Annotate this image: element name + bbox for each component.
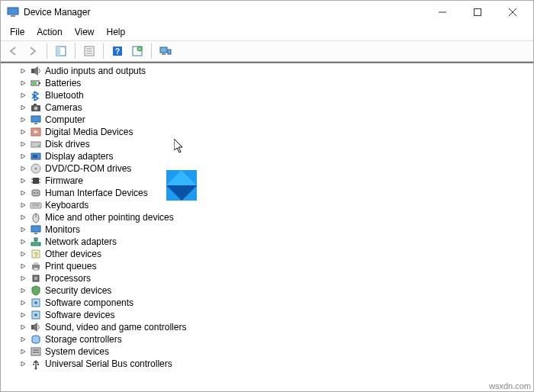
- menu-file[interactable]: File: [4, 25, 31, 39]
- devices-by-type-button[interactable]: [156, 42, 175, 60]
- tree-item[interactable]: Security devices: [2, 284, 533, 297]
- expand-arrow-icon[interactable]: [19, 324, 28, 330]
- expand-arrow-icon[interactable]: [19, 336, 28, 342]
- svg-point-72: [35, 368, 37, 370]
- help-button[interactable]: ?: [108, 42, 127, 60]
- tree-item-label: DVD/CD-ROM drives: [45, 162, 131, 175]
- tree-item[interactable]: Human Interface Devices: [2, 187, 533, 199]
- expand-arrow-icon[interactable]: [19, 117, 28, 123]
- expand-arrow-icon[interactable]: [19, 263, 28, 269]
- tree-item[interactable]: Digital Media Devices: [2, 126, 533, 138]
- expand-arrow-icon[interactable]: [19, 129, 28, 135]
- svg-rect-51: [34, 233, 37, 234]
- expand-arrow-icon[interactable]: [19, 190, 28, 196]
- expand-arrow-icon[interactable]: [19, 178, 28, 184]
- display-adapter-icon: [30, 150, 42, 162]
- svg-rect-50: [31, 226, 40, 232]
- expand-arrow-icon[interactable]: [19, 104, 28, 111]
- svg-rect-27: [31, 116, 40, 122]
- chip-icon: [30, 175, 42, 187]
- watermark-text: wsxdn.com: [489, 381, 531, 390]
- svg-rect-34: [33, 155, 37, 158]
- tree-item[interactable]: System devices: [2, 345, 533, 358]
- tree-item[interactable]: Software devices: [2, 309, 533, 321]
- tree-item[interactable]: Cameras: [2, 101, 533, 114]
- properties-button[interactable]: [80, 42, 98, 60]
- expand-arrow-icon[interactable]: [19, 275, 28, 281]
- tree-item[interactable]: Universal Serial Bus controllers: [2, 358, 533, 370]
- expand-arrow-icon[interactable]: [19, 251, 28, 257]
- forward-button[interactable]: [24, 42, 42, 60]
- console-tree-button[interactable]: [52, 42, 70, 60]
- expand-arrow-icon[interactable]: [19, 68, 28, 74]
- tree-item-label: System devices: [45, 345, 109, 358]
- svg-point-15: [137, 47, 142, 51]
- svg-rect-52: [31, 243, 40, 246]
- expand-arrow-icon[interactable]: [19, 312, 28, 318]
- tree-item[interactable]: Sound, video and game controllers: [2, 321, 533, 333]
- tree-item-label: Universal Serial Bus controllers: [45, 358, 172, 370]
- svg-rect-61: [34, 277, 37, 280]
- svg-point-43: [34, 192, 35, 194]
- scan-hardware-button[interactable]: [128, 42, 146, 60]
- toolbar: ?: [1, 40, 533, 62]
- expand-arrow-icon[interactable]: [19, 92, 28, 98]
- drive-icon: [30, 138, 42, 150]
- tree-item[interactable]: Bluetooth: [2, 89, 533, 101]
- tree-item[interactable]: Print queues: [2, 260, 533, 272]
- tree-item[interactable]: Mice and other pointing devices: [2, 211, 533, 223]
- mouse-icon: [30, 211, 42, 223]
- close-button[interactable]: [495, 1, 530, 24]
- expand-arrow-icon[interactable]: [19, 288, 28, 294]
- separator: [103, 43, 104, 59]
- tree-item[interactable]: Computer: [2, 114, 533, 126]
- expand-arrow-icon[interactable]: [19, 300, 28, 306]
- svg-point-73: [33, 364, 34, 365]
- maximize-button[interactable]: [460, 1, 495, 24]
- expand-arrow-icon[interactable]: [19, 153, 28, 159]
- expand-arrow-icon[interactable]: [19, 227, 28, 233]
- tree-item[interactable]: Batteries: [2, 77, 533, 89]
- tree-item[interactable]: Network adapters: [2, 236, 533, 248]
- expand-arrow-icon[interactable]: [19, 361, 28, 367]
- speaker-icon: [30, 65, 42, 77]
- expand-arrow-icon[interactable]: [19, 165, 28, 172]
- tree-item[interactable]: Display adapters: [2, 150, 533, 162]
- tree-item[interactable]: Audio inputs and outputs: [2, 65, 533, 77]
- expand-arrow-icon[interactable]: [19, 141, 28, 147]
- svg-rect-58: [34, 262, 38, 265]
- tree-item-label: Disk drives: [45, 138, 90, 150]
- menu-view[interactable]: View: [69, 25, 101, 39]
- expand-arrow-icon[interactable]: [19, 202, 28, 208]
- menu-action[interactable]: Action: [31, 25, 68, 39]
- expand-arrow-icon[interactable]: [19, 214, 28, 220]
- system-icon: [30, 345, 42, 358]
- network-icon: [30, 236, 42, 248]
- tree-item[interactable]: DVD/CD-ROM drives: [2, 162, 533, 175]
- svg-point-44: [37, 192, 38, 194]
- svg-point-25: [34, 107, 38, 111]
- menu-help[interactable]: Help: [101, 25, 132, 39]
- minimize-button[interactable]: [425, 1, 460, 24]
- software-icon: [30, 309, 42, 321]
- tree-item[interactable]: Firmware: [2, 175, 533, 187]
- tree-item[interactable]: Software components: [2, 297, 533, 309]
- expand-arrow-icon[interactable]: [19, 80, 28, 86]
- tree-item[interactable]: Disk drives: [2, 138, 533, 150]
- tree-item[interactable]: Monitors: [2, 223, 533, 236]
- tree-item[interactable]: ?Other devices: [2, 248, 533, 260]
- svg-rect-17: [162, 53, 166, 55]
- expand-arrow-icon[interactable]: [19, 349, 28, 355]
- separator: [47, 43, 47, 59]
- usb-icon: [30, 358, 42, 370]
- tree-item[interactable]: Keyboards: [2, 199, 533, 211]
- tree-item[interactable]: Storage controllers: [2, 333, 533, 345]
- tree-item[interactable]: Processors: [2, 272, 533, 284]
- hid-icon: [30, 187, 42, 199]
- expand-arrow-icon[interactable]: [19, 239, 28, 245]
- device-tree[interactable]: Audio inputs and outputsBatteriesBluetoo…: [1, 62, 533, 391]
- back-button[interactable]: [4, 42, 22, 60]
- svg-rect-7: [56, 47, 60, 56]
- keyboard-icon: [30, 199, 42, 211]
- svg-text:?: ?: [115, 47, 120, 56]
